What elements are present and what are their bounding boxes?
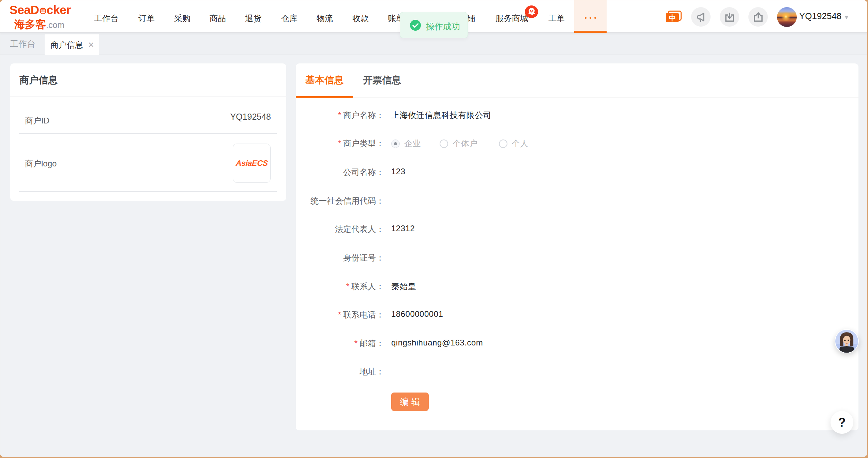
svg-text:中: 中 [669, 14, 676, 22]
